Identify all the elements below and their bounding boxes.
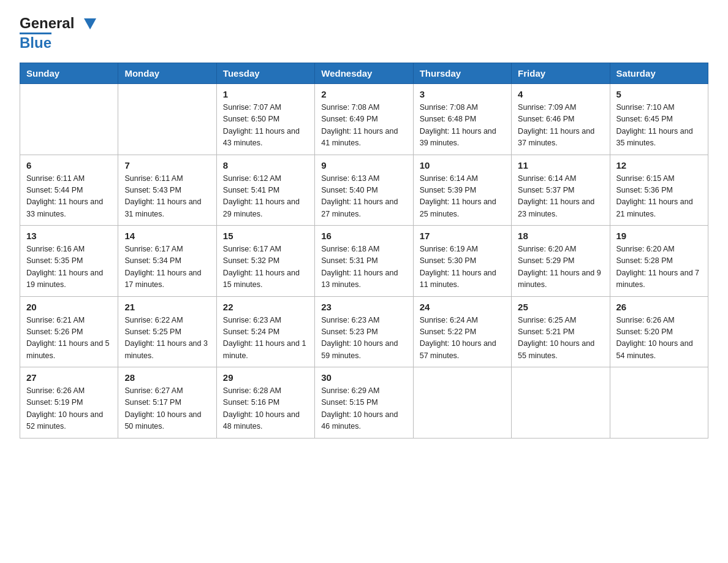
day-number: 2 (321, 89, 406, 99)
weekday-header-wednesday: Wednesday (315, 63, 413, 84)
calendar-cell (413, 367, 511, 439)
day-number: 25 (518, 302, 603, 312)
weekday-header-friday: Friday (512, 63, 610, 84)
weekday-header-saturday: Saturday (610, 63, 708, 84)
day-number: 30 (321, 372, 406, 383)
day-number: 23 (321, 302, 406, 312)
logo-triangle-icon (84, 18, 96, 29)
calendar-cell: 27Sunrise: 6:26 AM Sunset: 5:19 PM Dayli… (20, 367, 118, 439)
day-info: Sunrise: 6:24 AM Sunset: 5:22 PM Dayligh… (420, 315, 505, 362)
day-info: Sunrise: 6:26 AM Sunset: 5:20 PM Dayligh… (616, 315, 702, 362)
calendar-cell: 6Sunrise: 6:11 AM Sunset: 5:44 PM Daylig… (20, 155, 118, 226)
day-number: 19 (616, 231, 702, 241)
day-number: 7 (124, 160, 210, 170)
calendar-header: SundayMondayTuesdayWednesdayThursdayFrid… (20, 63, 708, 84)
day-info: Sunrise: 6:25 AM Sunset: 5:21 PM Dayligh… (518, 315, 603, 362)
day-number: 6 (26, 160, 112, 170)
day-info: Sunrise: 7:08 AM Sunset: 6:49 PM Dayligh… (321, 102, 406, 150)
day-number: 9 (321, 160, 406, 170)
day-info: Sunrise: 6:23 AM Sunset: 5:24 PM Dayligh… (223, 315, 308, 362)
day-info: Sunrise: 6:26 AM Sunset: 5:19 PM Dayligh… (26, 385, 112, 433)
calendar-cell: 16Sunrise: 6:18 AM Sunset: 5:31 PM Dayli… (315, 226, 413, 297)
day-info: Sunrise: 6:17 AM Sunset: 5:34 PM Dayligh… (124, 243, 210, 291)
day-info: Sunrise: 7:08 AM Sunset: 6:48 PM Dayligh… (420, 102, 505, 150)
calendar-cell: 17Sunrise: 6:19 AM Sunset: 5:30 PM Dayli… (413, 226, 511, 297)
calendar-body: 1Sunrise: 7:07 AM Sunset: 6:50 PM Daylig… (20, 84, 708, 439)
calendar-cell: 21Sunrise: 6:22 AM Sunset: 5:25 PM Dayli… (118, 296, 216, 367)
calendar-cell (20, 84, 118, 155)
calendar-cell: 25Sunrise: 6:25 AM Sunset: 5:21 PM Dayli… (512, 296, 610, 367)
day-number: 1 (223, 89, 308, 99)
day-info: Sunrise: 7:10 AM Sunset: 6:45 PM Dayligh… (616, 102, 702, 150)
day-info: Sunrise: 6:11 AM Sunset: 5:43 PM Dayligh… (124, 173, 210, 221)
calendar-cell: 11Sunrise: 6:14 AM Sunset: 5:37 PM Dayli… (512, 155, 610, 226)
day-number: 5 (616, 89, 702, 99)
day-info: Sunrise: 6:27 AM Sunset: 5:17 PM Dayligh… (124, 385, 210, 433)
calendar-week-5: 27Sunrise: 6:26 AM Sunset: 5:19 PM Dayli… (20, 367, 708, 439)
calendar-cell: 1Sunrise: 7:07 AM Sunset: 6:50 PM Daylig… (216, 84, 314, 155)
day-number: 4 (518, 89, 603, 99)
calendar-cell: 30Sunrise: 6:29 AM Sunset: 5:15 PM Dayli… (315, 367, 413, 439)
day-number: 17 (420, 231, 505, 241)
day-info: Sunrise: 6:14 AM Sunset: 5:39 PM Dayligh… (420, 173, 505, 221)
day-info: Sunrise: 6:20 AM Sunset: 5:28 PM Dayligh… (616, 243, 702, 291)
calendar-cell: 12Sunrise: 6:15 AM Sunset: 5:36 PM Dayli… (610, 155, 708, 226)
day-info: Sunrise: 6:22 AM Sunset: 5:25 PM Dayligh… (124, 315, 210, 362)
calendar-cell: 14Sunrise: 6:17 AM Sunset: 5:34 PM Dayli… (118, 226, 216, 297)
day-info: Sunrise: 7:07 AM Sunset: 6:50 PM Dayligh… (223, 102, 308, 150)
weekday-header-monday: Monday (118, 63, 216, 84)
calendar-cell: 26Sunrise: 6:26 AM Sunset: 5:20 PM Dayli… (610, 296, 708, 367)
day-number: 20 (26, 302, 112, 312)
calendar-cell (512, 367, 610, 439)
weekday-header-tuesday: Tuesday (216, 63, 314, 84)
day-number: 15 (223, 231, 308, 241)
day-number: 29 (223, 372, 308, 383)
calendar-cell: 8Sunrise: 6:12 AM Sunset: 5:41 PM Daylig… (216, 155, 314, 226)
calendar-cell: 15Sunrise: 6:17 AM Sunset: 5:32 PM Dayli… (216, 226, 314, 297)
day-number: 11 (518, 160, 603, 170)
logo-blue-text: Blue (20, 34, 51, 51)
logo-general-text: General (20, 15, 74, 32)
calendar-cell: 24Sunrise: 6:24 AM Sunset: 5:22 PM Dayli… (413, 296, 511, 367)
day-info: Sunrise: 6:19 AM Sunset: 5:30 PM Dayligh… (420, 243, 505, 291)
day-info: Sunrise: 6:14 AM Sunset: 5:37 PM Dayligh… (518, 173, 603, 221)
calendar-cell: 4Sunrise: 7:09 AM Sunset: 6:46 PM Daylig… (512, 84, 610, 155)
svg-marker-0 (84, 18, 96, 29)
day-info: Sunrise: 6:13 AM Sunset: 5:40 PM Dayligh… (321, 173, 406, 221)
day-number: 12 (616, 160, 702, 170)
calendar-cell: 2Sunrise: 7:08 AM Sunset: 6:49 PM Daylig… (315, 84, 413, 155)
day-number: 3 (420, 89, 505, 99)
day-info: Sunrise: 6:11 AM Sunset: 5:44 PM Dayligh… (26, 173, 112, 221)
day-number: 21 (124, 302, 210, 312)
calendar-cell: 3Sunrise: 7:08 AM Sunset: 6:48 PM Daylig… (413, 84, 511, 155)
calendar-week-2: 6Sunrise: 6:11 AM Sunset: 5:44 PM Daylig… (20, 155, 708, 226)
day-number: 10 (420, 160, 505, 170)
day-info: Sunrise: 6:16 AM Sunset: 5:35 PM Dayligh… (26, 243, 112, 291)
day-info: Sunrise: 6:21 AM Sunset: 5:26 PM Dayligh… (26, 315, 112, 362)
weekday-header-sunday: Sunday (20, 63, 118, 84)
calendar-week-4: 20Sunrise: 6:21 AM Sunset: 5:26 PM Dayli… (20, 296, 708, 367)
logo-row1: General (20, 15, 96, 32)
calendar-cell: 5Sunrise: 7:10 AM Sunset: 6:45 PM Daylig… (610, 84, 708, 155)
calendar-cell: 20Sunrise: 6:21 AM Sunset: 5:26 PM Dayli… (20, 296, 118, 367)
day-number: 28 (124, 372, 210, 383)
calendar-cell (118, 84, 216, 155)
day-number: 16 (321, 231, 406, 241)
calendar-cell: 9Sunrise: 6:13 AM Sunset: 5:40 PM Daylig… (315, 155, 413, 226)
day-info: Sunrise: 6:15 AM Sunset: 5:36 PM Dayligh… (616, 173, 702, 221)
day-number: 8 (223, 160, 308, 170)
day-info: Sunrise: 6:12 AM Sunset: 5:41 PM Dayligh… (223, 173, 308, 221)
day-info: Sunrise: 6:29 AM Sunset: 5:15 PM Dayligh… (321, 385, 406, 433)
logo-divider: Blue (20, 33, 51, 52)
day-number: 13 (26, 231, 112, 241)
calendar-week-1: 1Sunrise: 7:07 AM Sunset: 6:50 PM Daylig… (20, 84, 708, 155)
day-number: 27 (26, 372, 112, 383)
logo: General Blue (20, 15, 96, 52)
page-header: General Blue (20, 15, 708, 52)
day-info: Sunrise: 6:23 AM Sunset: 5:23 PM Dayligh… (321, 315, 406, 362)
day-number: 26 (616, 302, 702, 312)
calendar-cell: 18Sunrise: 6:20 AM Sunset: 5:29 PM Dayli… (512, 226, 610, 297)
calendar-cell: 13Sunrise: 6:16 AM Sunset: 5:35 PM Dayli… (20, 226, 118, 297)
day-number: 24 (420, 302, 505, 312)
day-info: Sunrise: 6:20 AM Sunset: 5:29 PM Dayligh… (518, 243, 603, 291)
